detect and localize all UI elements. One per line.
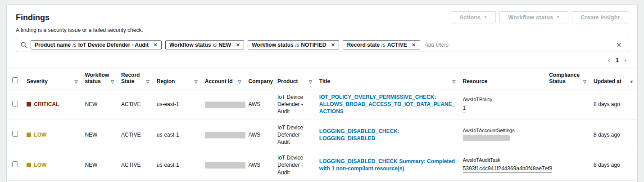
column-header-record-state[interactable]: Record State▽ — [118, 67, 153, 89]
redacted-account-id — [205, 132, 245, 138]
workflow-status-button[interactable]: Workflow status ▼ — [499, 11, 568, 23]
title-cell: IOT_POLICY_OVERLY_PERMISSIVE_CHECK: ALLO… — [316, 89, 459, 120]
row-checkbox[interactable] — [12, 161, 18, 167]
column-label: Compliance Status — [549, 72, 581, 84]
severity-label: LOW — [34, 132, 46, 138]
workflow-status-cell: NEW — [81, 150, 118, 181]
column-label: Resource — [463, 78, 488, 84]
chip-close-icon[interactable]: ✕ — [234, 42, 242, 48]
severity-icon — [27, 133, 31, 137]
findings-table: Severity▽Workflow status▽Record State▽Re… — [7, 67, 637, 182]
toolbar: Actions ▼ Workflow status ▼ Create insig… — [451, 11, 628, 23]
updated-at-cell: 8 days ago — [590, 89, 637, 120]
column-header-product[interactable]: Product▽ — [274, 67, 316, 89]
column-label: Updated at — [594, 78, 621, 84]
row-checkbox[interactable] — [12, 101, 18, 107]
pagination: ‹ 1 › — [16, 52, 628, 67]
region-cell: us-east-1 — [153, 150, 201, 181]
finding-title-link[interactable]: LOGGING_DISABLED_CHECK Summary: Complete… — [319, 158, 455, 172]
table-row: CRITICAL NEW ACTIVE us-east-1 AWS IoT De… — [7, 89, 637, 120]
column-header-updated-at[interactable]: Updated at▼ — [590, 67, 637, 89]
workflow-status-cell: NEW — [81, 180, 118, 182]
row-select-cell — [7, 89, 23, 120]
findings-panel: Findings Actions ▼ Workflow status ▼ Cre… — [6, 4, 638, 182]
sortable-icon: ▽ — [111, 80, 114, 84]
record-state-cell: ACTIVE — [118, 120, 153, 150]
filter-chip-value: IoT Device Defender - Audit — [78, 42, 149, 48]
column-header-compliance-status[interactable]: Compliance Status▽ — [545, 67, 590, 89]
account-id-cell — [201, 120, 245, 150]
redacted-account-id — [205, 102, 245, 108]
title-cell: LOGGING_DISABLED_CHECK: LOGGING_DISABLED — [316, 120, 459, 150]
filter-chip-field: Workflow status — [169, 42, 211, 48]
filter-chip-field: Product name — [35, 42, 71, 48]
clear-filters-icon[interactable]: ✕ — [614, 41, 623, 49]
sortable-icon: ▽ — [74, 80, 77, 84]
chip-close-icon[interactable]: ✕ — [151, 42, 159, 48]
filter-chip: Workflow status is NOTIFIED ✕ — [248, 40, 339, 49]
row-select-cell — [7, 150, 23, 181]
table-header-row: Severity▽Workflow status▽Record State▽Re… — [7, 67, 637, 89]
actions-button-label: Actions — [459, 14, 481, 21]
severity-cell: LOW — [23, 150, 81, 181]
column-label: Account Id — [205, 78, 233, 84]
title-cell: IOT_POLICY_OVERLY_PERMISSIVE_CHECK Summa… — [316, 180, 459, 182]
resource-id[interactable]: 1 — [463, 104, 466, 112]
pagination-prev-icon[interactable]: ‹ — [608, 57, 610, 63]
filter-chip-field: Record state — [347, 42, 380, 48]
row-checkbox[interactable] — [12, 131, 18, 137]
finding-title-link[interactable]: LOGGING_DISABLED_CHECK: LOGGING_DISABLED — [319, 128, 399, 142]
column-label: Region — [157, 78, 175, 84]
filter-bar[interactable]: Product name is IoT Device Defender - Au… — [16, 38, 628, 52]
column-header-workflow-status[interactable]: Workflow status▽ — [81, 67, 118, 89]
column-header-account-id[interactable]: Account Id▽ — [201, 67, 245, 89]
resource-type-label: AwsIoTPolicy — [463, 96, 542, 103]
filter-chip-operator: is — [211, 42, 218, 48]
chip-close-icon[interactable]: ✕ — [410, 42, 418, 48]
record-state-cell: ACTIVE — [118, 89, 153, 120]
create-insight-button-label: Create insight — [581, 14, 620, 21]
filter-chip-operator: is — [71, 42, 78, 48]
account-id-cell — [201, 89, 245, 120]
filter-chip-value: NOTIFIED — [301, 42, 326, 48]
column-header-title[interactable]: Title▽ — [316, 67, 459, 89]
chevron-down-icon: ▼ — [484, 16, 487, 19]
column-label: Company — [248, 78, 273, 84]
column-header-severity[interactable]: Severity▽ — [23, 67, 81, 89]
search-icon — [21, 42, 27, 48]
redacted-account-id — [205, 162, 245, 169]
row-select-cell — [7, 120, 23, 150]
column-header-region[interactable]: Region▽ — [153, 67, 201, 89]
severity-label: CRITICAL — [34, 101, 59, 107]
chip-close-icon[interactable]: ✕ — [329, 42, 337, 48]
pagination-next-icon[interactable]: › — [624, 57, 626, 63]
filter-chip: Workflow status is NEW ✕ — [165, 40, 244, 49]
resource-cell: AwsIoTAccountSettings — [459, 120, 546, 150]
chevron-down-icon: ▼ — [556, 16, 560, 19]
title-cell: LOGGING_DISABLED_CHECK Summary: Complete… — [316, 150, 459, 181]
filter-chip-operator: is — [380, 42, 387, 48]
select-all-checkbox[interactable] — [12, 77, 18, 83]
severity-icon — [27, 102, 31, 107]
updated-at-cell: 8 days ago — [590, 120, 637, 150]
severity-label: LOW — [34, 162, 46, 168]
pagination-current-page[interactable]: 1 — [616, 57, 619, 63]
sortable-icon: ▽ — [453, 80, 456, 84]
finding-title-link[interactable]: IOT_POLICY_OVERLY_PERMISSIVE_CHECK: ALLO… — [319, 94, 455, 115]
sortable-icon: ▽ — [238, 80, 241, 84]
resource-id[interactable]: 5393f1c4c941f244369a4b0f48ae7ef8 — [463, 165, 553, 173]
column-label: Workflow status — [85, 72, 109, 84]
company-cell: AWS — [245, 120, 274, 150]
compliance-status-cell — [545, 89, 590, 120]
actions-button[interactable]: Actions ▼ — [451, 11, 496, 23]
filter-chip-value: ACTIVE — [387, 42, 407, 48]
create-insight-button[interactable]: Create insight — [572, 11, 628, 23]
account-id-cell — [201, 150, 245, 181]
resource-id[interactable] — [463, 135, 510, 141]
column-label: Severity — [27, 78, 48, 84]
add-filters-input[interactable] — [424, 41, 611, 49]
updated-at-cell: 8 days ago — [590, 150, 637, 181]
table-row: LOW NEW ACTIVE us-east-1 AWS IoT Device … — [7, 150, 637, 181]
workflow-status-cell: NEW — [81, 120, 118, 150]
severity-icon — [27, 163, 31, 167]
